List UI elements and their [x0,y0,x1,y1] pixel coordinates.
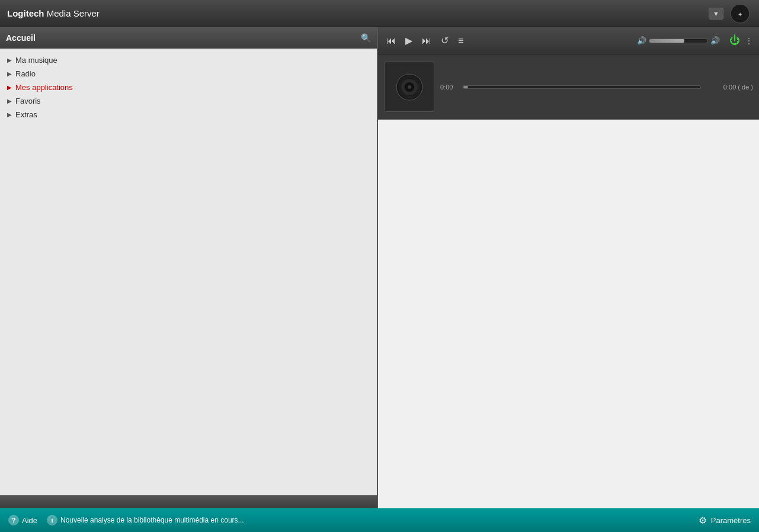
arrow-icon: ▶ [7,57,12,63]
info-circle-icon: i [47,515,57,525]
logitech-logo: ✦ [728,2,752,25]
play-icon: ▶ [405,35,412,46]
volume-fill [649,39,684,43]
nav-label-favoris: Favoris [15,97,41,105]
nav-item-extras[interactable]: ▶ Extras [0,108,377,121]
left-header: Accueil 🔍 [0,27,377,49]
album-art [384,62,434,112]
power-button[interactable]: ⏻ [729,34,740,47]
nav-item-mes-applications[interactable]: ▶ Mes applications [0,81,377,94]
progress-area: 0:00 0:00 ( de ) [440,84,753,91]
progress-bar[interactable] [463,85,701,89]
volume-bar[interactable] [649,39,708,43]
gear-icon: ⚙ [697,515,708,525]
nav-label-ma-musique: Ma musique [15,56,57,65]
settings-small-icon: ⋮ [745,36,753,46]
app-title: Logitech Media Server [7,8,100,18]
progress-bar-container: 0:00 0:00 ( de ) [440,84,753,91]
info-text: Nouvelle analyse de la bibliothèque mult… [60,516,244,524]
arrow-icon: ▶ [7,111,12,118]
playlist-area [378,120,759,508]
nav-item-favoris[interactable]: ▶ Favoris [0,94,377,108]
volume-max-icon: 🔊 [710,36,720,45]
topbar-right: ▼ ✦ [709,2,752,25]
repeat-button[interactable]: ↺ [438,34,451,47]
title-rest: Media Server [44,8,100,18]
topbar: Logitech Media Server ▼ ✦ [0,0,759,27]
arrow-icon: ▶ [7,98,12,104]
aide-label: Aide [22,516,37,525]
nav-item-ma-musique[interactable]: ▶ Ma musique [0,53,377,67]
arrow-icon: ▶ [7,84,12,91]
power-icon: ⏻ [729,34,740,46]
repeat-icon: ↺ [441,35,449,46]
player-settings-button[interactable]: ⋮ [745,36,753,46]
svg-point-5 [408,85,411,89]
left-footer [0,495,377,508]
volume-area: 🔊 🔊 [637,36,720,45]
nav-label-extras: Extras [15,110,37,119]
volume-icon: 🔊 [637,36,646,45]
play-button[interactable]: ▶ [403,34,415,47]
title-logitech: Logitech [7,8,44,18]
accueil-label: Accueil [6,33,36,43]
parametres-label: Paramètres [711,516,751,525]
main-layout: Accueil 🔍 ▶ Ma musique ▶ Radio ▶ Mes app… [0,27,759,508]
search-icon: 🔍 [361,33,371,43]
right-panel: ⏮ ▶ ⏭ ↺ ≡ 🔊 🔊 ⏻ [378,27,759,508]
player-controls: ⏮ ▶ ⏭ ↺ ≡ 🔊 🔊 ⏻ [378,27,759,55]
aide-circle-icon: ? [8,515,19,525]
time-start: 0:00 [440,84,458,91]
dropdown-arrow-icon: ▼ [713,10,719,17]
nav-label-mes-applications: Mes applications [15,83,73,92]
time-end: 0:00 ( de ) [706,84,753,91]
next-icon: ⏭ [422,36,431,46]
prev-icon: ⏮ [386,36,396,46]
left-panel: Accueil 🔍 ▶ Ma musique ▶ Radio ▶ Mes app… [0,27,378,508]
nav-list: ▶ Ma musique ▶ Radio ▶ Mes applications … [0,49,377,495]
parametres-button[interactable]: ⚙ Paramètres [697,515,751,525]
nav-label-radio: Radio [15,69,36,78]
arrow-icon: ▶ [7,70,12,77]
search-button[interactable]: 🔍 [361,33,371,43]
queue-button[interactable]: ≡ [456,34,466,47]
info-area: i Nouvelle analyse de la bibliothèque mu… [47,515,244,525]
queue-icon: ≡ [458,36,463,46]
prev-button[interactable]: ⏮ [384,34,398,47]
aide-button[interactable]: ? Aide [8,515,37,525]
now-playing: 0:00 0:00 ( de ) [378,55,759,120]
bottom-bar: ? Aide i Nouvelle analyse de la biblioth… [0,508,759,532]
progress-fill [463,86,468,88]
svg-text:✦: ✦ [738,11,742,18]
next-button[interactable]: ⏭ [419,34,434,47]
nav-item-radio[interactable]: ▶ Radio [0,67,377,81]
player-dropdown-button[interactable]: ▼ [709,8,723,20]
